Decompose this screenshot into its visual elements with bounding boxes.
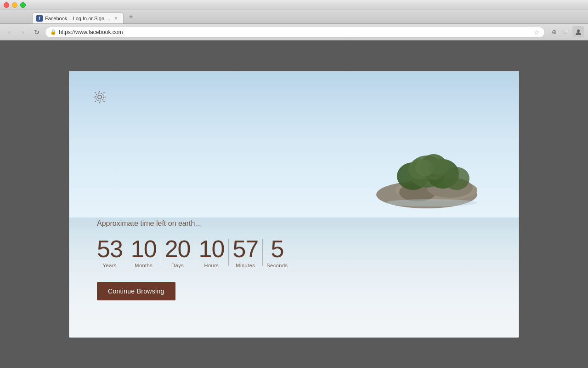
lock-icon: 🔒	[50, 29, 57, 35]
subtitle: Approximate time left on earth...	[97, 219, 296, 228]
back-button[interactable]: ‹	[4, 27, 15, 38]
time-unit-years: 53Years	[97, 237, 131, 268]
time-unit-minutes: 57Minutes	[232, 237, 266, 268]
forward-button[interactable]: ›	[17, 27, 28, 38]
svg-point-13	[385, 199, 477, 207]
time-label-years: Years	[103, 263, 117, 268]
svg-point-0	[577, 29, 580, 32]
time-number-days: 20	[165, 237, 191, 261]
gear-icon	[92, 90, 107, 104]
svg-point-12	[428, 158, 448, 174]
address-bar: ‹ › ↻ 🔒 https://www.facebook.com ☆ ⊕ ≡	[0, 24, 588, 40]
time-label-seconds: Seconds	[266, 263, 288, 268]
browser-content: Approximate time left on earth... 53Year…	[0, 40, 588, 368]
maximize-button[interactable]	[20, 2, 26, 8]
time-number-seconds: 5	[271, 237, 283, 261]
svg-point-8	[444, 167, 469, 190]
gear-icon-container	[92, 90, 107, 106]
time-unit-hours: 10Hours	[199, 237, 233, 268]
menu-button[interactable]: ≡	[560, 28, 570, 37]
horizon-line	[69, 218, 519, 218]
time-number-hours: 10	[199, 237, 225, 261]
close-button[interactable]	[4, 2, 9, 8]
reload-button[interactable]: ↻	[31, 27, 42, 38]
time-label-minutes: Minutes	[236, 263, 255, 268]
tab-title: Facebook – Log In or Sign …	[45, 16, 111, 21]
island	[335, 135, 482, 210]
tab-close-button[interactable]: ×	[113, 15, 119, 22]
tab-bar: f Facebook – Log In or Sign … × +	[0, 10, 588, 24]
page-background: Approximate time left on earth... 53Year…	[69, 71, 519, 337]
time-number-years: 53	[97, 237, 123, 261]
continue-browsing-button[interactable]: Continue Browsing	[97, 282, 175, 300]
browser-tab[interactable]: f Facebook – Log In or Sign … ×	[32, 12, 124, 23]
time-unit-days: 20Days	[165, 237, 199, 268]
svg-point-14	[98, 95, 102, 99]
time-label-hours: Hours	[204, 263, 219, 268]
tab-favicon: f	[36, 15, 43, 22]
page-container: Approximate time left on earth... 53Year…	[69, 71, 519, 338]
bookmark-icon[interactable]: ☆	[534, 29, 540, 36]
time-number-minutes: 57	[232, 237, 258, 261]
title-bar	[0, 0, 588, 10]
time-unit-months: 10Months	[131, 237, 165, 268]
island-svg	[335, 135, 482, 208]
url-actions: ⊕ ≡	[549, 28, 570, 37]
time-label-days: Days	[171, 263, 184, 268]
url-bar[interactable]: 🔒 https://www.facebook.com ☆	[45, 27, 545, 38]
traffic-lights	[4, 2, 26, 8]
minimize-button[interactable]	[12, 2, 17, 8]
new-tab-button[interactable]: +	[125, 12, 136, 23]
content-overlay: Approximate time left on earth... 53Year…	[97, 219, 296, 300]
share-button[interactable]: ⊕	[549, 28, 559, 37]
time-number-months: 10	[131, 237, 157, 261]
svg-point-15	[96, 93, 103, 101]
countdown: 53Years10Months20Days10Hours57Minutes5Se…	[97, 237, 296, 268]
time-unit-seconds: 5Seconds	[266, 237, 296, 268]
time-label-months: Months	[135, 263, 153, 268]
url-text: https://www.facebook.com	[59, 29, 531, 35]
profile-button[interactable]	[572, 26, 584, 38]
